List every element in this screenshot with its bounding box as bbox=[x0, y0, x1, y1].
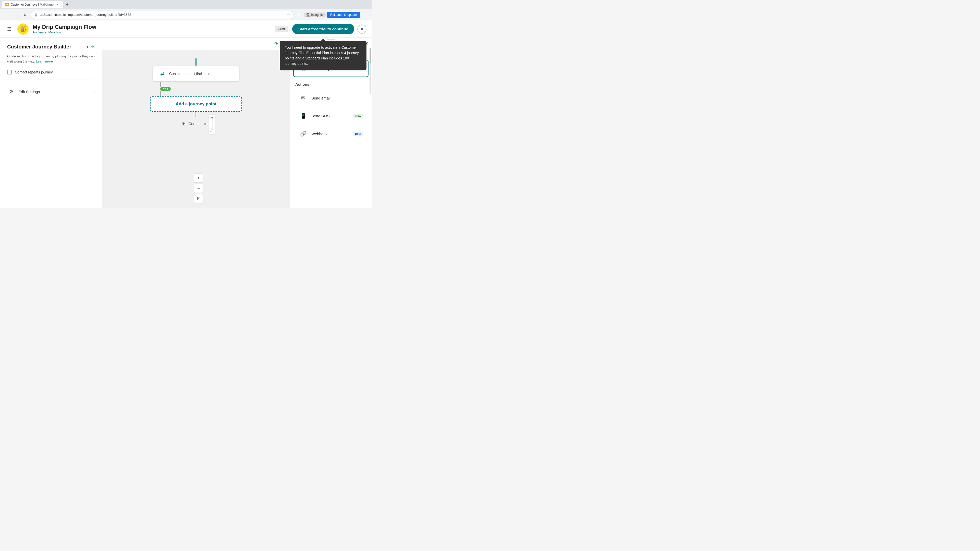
zoom-in-button[interactable]: + bbox=[194, 173, 203, 183]
sidebar-title: Customer Journey Builder bbox=[7, 44, 71, 50]
tab-title: Customer Journeys | Mailchimp bbox=[11, 3, 54, 6]
header-actions: Start a free trial to continue ✕ bbox=[292, 24, 366, 34]
start-trial-button[interactable]: Start a free trial to continue bbox=[292, 24, 354, 34]
forward-button: → bbox=[12, 11, 19, 18]
trial-tooltip: You'll need to upgrade to activate a Cus… bbox=[280, 41, 366, 70]
tooltip-text: You'll need to upgrade to activate a Cus… bbox=[285, 45, 359, 65]
extensions-icon[interactable]: ⊞ bbox=[296, 11, 303, 18]
beta-badge: Beta bbox=[353, 132, 363, 136]
edit-settings-item[interactable]: ⚙ Edit Settings › bbox=[7, 85, 95, 98]
webhook-item[interactable]: 🔗 Webhook Beta bbox=[293, 125, 369, 142]
more-menu-button[interactable]: ⋮ bbox=[361, 11, 369, 18]
incognito-label: Incognito bbox=[311, 13, 324, 17]
exit-icon: ⊞ bbox=[181, 121, 186, 127]
webhook-label: Webhook bbox=[311, 132, 349, 136]
sidebar-header: Customer Journey Builder Hide bbox=[7, 44, 95, 50]
hide-sidebar-button[interactable]: Hide bbox=[87, 45, 95, 49]
send-email-item[interactable]: ✉ Send email bbox=[293, 89, 369, 106]
send-sms-item[interactable]: 📱 Send SMS New bbox=[293, 107, 369, 124]
send-email-label: Send email bbox=[311, 96, 363, 100]
refresh-button[interactable]: ↻ bbox=[21, 11, 29, 18]
sidebar-divider bbox=[7, 79, 95, 80]
send-sms-label: Send SMS bbox=[311, 114, 350, 118]
draft-badge: Draft bbox=[275, 26, 288, 32]
add-journey-point-button[interactable]: Add a journey point bbox=[150, 97, 242, 112]
settings-icon: ⚙ bbox=[7, 87, 15, 96]
close-button[interactable]: ✕ bbox=[357, 24, 366, 34]
tab-close-btn[interactable]: ✕ bbox=[56, 3, 60, 6]
browser-tab[interactable]: M Customer Journeys | Mailchimp ✕ bbox=[2, 1, 63, 8]
app-header: ☰ 🐒 My Drip Campaign Flow Audience: Mood… bbox=[0, 21, 372, 38]
actions-section-title: Actions bbox=[290, 78, 372, 89]
address-text: us21.admin.mailchimp.com/customer-journe… bbox=[40, 13, 131, 17]
lock-icon: 🔒 bbox=[34, 13, 38, 17]
yes-badge: Yes bbox=[160, 87, 171, 91]
relaunch-button[interactable]: Relaunch to update bbox=[327, 12, 360, 18]
incognito-badge: 🕵 Incognito bbox=[304, 13, 326, 17]
menu-toggle-button[interactable]: ☰ bbox=[5, 25, 13, 33]
new-tab-button[interactable]: + bbox=[64, 1, 71, 8]
campaign-name: My Drip Campaign Flow bbox=[33, 24, 271, 30]
ifelse-text: Contact meets 1 if/else co... bbox=[169, 72, 213, 76]
contact-repeats-option[interactable]: Contact repeats journey bbox=[7, 70, 95, 75]
address-bar[interactable]: 🔒 us21.admin.mailchimp.com/customer-jour… bbox=[30, 11, 293, 19]
bookmark-icon[interactable]: ☆ bbox=[287, 13, 290, 17]
contact-repeats-checkbox[interactable] bbox=[7, 70, 12, 75]
sidebar-description: Guide each contact's journey by plotting… bbox=[7, 54, 95, 64]
feedback-tab[interactable]: Feedback bbox=[208, 114, 215, 135]
webhook-icon: 🔗 bbox=[299, 129, 308, 138]
panel-scrollbar[interactable] bbox=[369, 48, 371, 94]
send-sms-icon: 📱 bbox=[299, 111, 308, 121]
panel-close-button[interactable]: ✕ bbox=[364, 41, 369, 47]
zoom-out-button[interactable]: − bbox=[194, 184, 203, 193]
back-button: ← bbox=[3, 11, 10, 18]
contact-repeats-label: Contact repeats journey bbox=[15, 70, 53, 74]
canvas-area[interactable]: ⟳ R ⇄ Contact meets 1 if/else co... bbox=[102, 38, 290, 208]
edit-settings-label: Edit Settings bbox=[18, 89, 90, 94]
ifelse-icon: ⇄ bbox=[158, 70, 166, 78]
panel-scrollbar-thumb bbox=[369, 48, 371, 63]
send-email-icon: ✉ bbox=[299, 94, 308, 103]
learn-more-link[interactable]: Learn more bbox=[36, 59, 53, 63]
audience-prefix: Audience: bbox=[33, 30, 48, 34]
audience-link[interactable]: Moodjoy bbox=[48, 30, 61, 34]
ifelse-node[interactable]: ⇄ Contact meets 1 if/else co... bbox=[153, 66, 239, 82]
contact-exits-label: Contact exits bbox=[188, 121, 210, 126]
zoom-fit-button[interactable]: ⊡ bbox=[194, 194, 203, 203]
new-badge: New bbox=[353, 114, 363, 118]
tab-favicon: M bbox=[5, 3, 9, 6]
sidebar: Customer Journey Builder Hide Guide each… bbox=[0, 38, 102, 208]
settings-chevron-icon: › bbox=[94, 89, 95, 94]
zoom-controls: + − ⊡ bbox=[194, 173, 203, 203]
incognito-icon: 🕵 bbox=[306, 13, 310, 17]
header-audience: Audience: Moodjoy bbox=[33, 30, 271, 34]
mailchimp-logo: 🐒 bbox=[18, 24, 29, 35]
header-title-section: My Drip Campaign Flow Audience: Moodjoy bbox=[33, 24, 271, 34]
